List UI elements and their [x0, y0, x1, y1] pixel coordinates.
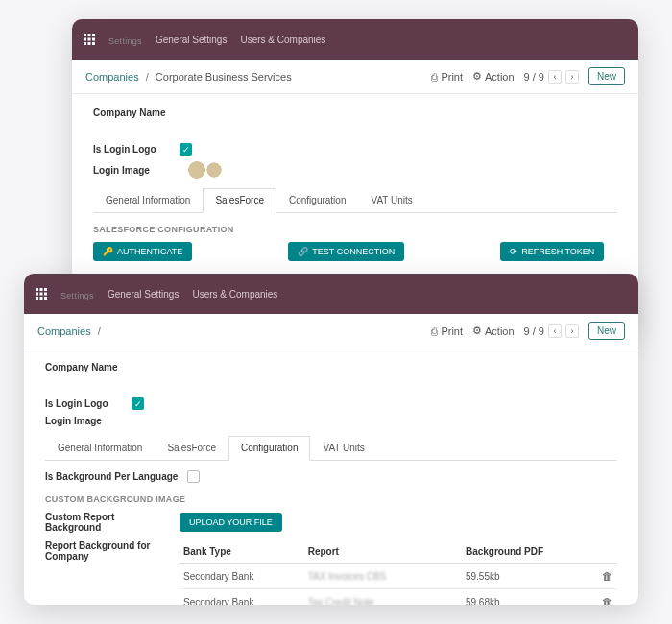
header-actions: ⎙ Print ⚙ Action 9 / 9 ‹ › New: [431, 322, 625, 340]
report-bg-company-label: Report Background for Company: [45, 540, 160, 605]
svg-rect-6: [84, 42, 86, 45]
th-bank-type: Bank Type: [180, 540, 304, 564]
bg-per-lang-checkbox[interactable]: [187, 470, 200, 483]
cell-bank-type: Secondary Bank: [180, 564, 304, 589]
module-title[interactable]: Settings: [108, 36, 142, 46]
is-login-logo-checkbox[interactable]: ✓: [132, 397, 144, 410]
gear-icon: ⚙: [472, 324, 482, 337]
pager-next[interactable]: ›: [565, 324, 579, 338]
gear-icon: ⚙: [472, 70, 482, 83]
tab-vat-units[interactable]: VAT Units: [358, 188, 424, 212]
header-row: Companies / Corporate Business Services …: [72, 60, 638, 94]
tab-salesforce[interactable]: SalesForce: [155, 436, 228, 460]
cell-size: 59.55kb: [462, 564, 598, 589]
tab-salesforce[interactable]: SalesForce: [203, 188, 276, 213]
pager-next[interactable]: ›: [565, 70, 579, 84]
refresh-icon: ⟳: [510, 247, 517, 256]
pager: 9 / 9 ‹ ›: [524, 70, 579, 84]
custom-bg-heading: CUSTOM BACKGROUND IMAGE: [45, 494, 617, 504]
sf-config-heading: SALESFORCE CONFIGURATION: [93, 225, 617, 234]
breadcrumb-root[interactable]: Companies: [85, 71, 139, 83]
svg-rect-4: [88, 38, 91, 41]
apps-icon[interactable]: [36, 288, 47, 300]
breadcrumb: Companies / Corporate Business Services: [85, 71, 292, 83]
trash-icon[interactable]: 🗑: [602, 596, 612, 605]
new-button[interactable]: New: [588, 67, 625, 85]
action-dropdown[interactable]: ⚙ Action: [472, 324, 515, 337]
titlebar: Settings General Settings Users & Compan…: [72, 19, 638, 60]
nav-users-companies[interactable]: Users & Companies: [240, 35, 325, 45]
trash-icon[interactable]: 🗑: [602, 570, 612, 582]
authenticate-button[interactable]: 🔑AUTHENTICATE: [93, 242, 192, 261]
module-title[interactable]: Settings: [60, 291, 94, 300]
print-button[interactable]: ⎙ Print: [431, 71, 463, 83]
custom-report-bg-label: Custom Report Background: [45, 512, 160, 533]
tab-general[interactable]: General Information: [93, 188, 203, 212]
print-button[interactable]: ⎙ Print: [431, 325, 463, 337]
is-login-logo-label: Is Login Logo: [45, 398, 122, 409]
tabs: General Information SalesForce Configura…: [93, 188, 617, 213]
svg-rect-5: [92, 38, 95, 41]
table-row: Secondary BankTAX Invoices CBS59.55kb🗑: [180, 564, 617, 589]
tab-configuration[interactable]: Configuration: [276, 188, 358, 212]
print-icon: ⎙: [431, 71, 438, 83]
nav-users-companies[interactable]: Users & Companies: [192, 289, 277, 300]
header-actions: ⎙ Print ⚙ Action 9 / 9 ‹ › New: [431, 67, 625, 85]
login-image-preview[interactable]: [180, 161, 237, 179]
tab-configuration[interactable]: Configuration: [228, 436, 310, 461]
header-row: Companies / ⎙ Print ⚙ Action 9 / 9 ‹ › N…: [24, 314, 638, 348]
cell-report: Tax Credit Note: [304, 589, 462, 606]
is-login-logo-checkbox[interactable]: ✓: [180, 143, 192, 156]
titlebar: Settings General Settings Users & Compan…: [24, 274, 638, 314]
svg-rect-9: [36, 288, 38, 291]
content: Company Name Is Login Logo ✓ Login Image…: [24, 348, 638, 605]
th-bg-pdf: Background PDF: [462, 540, 598, 564]
table-row: Secondary BankTax Credit Note59.68kb🗑: [180, 589, 617, 606]
svg-rect-2: [92, 34, 95, 36]
breadcrumb: Companies /: [37, 325, 105, 337]
bg-per-lang-label: Is Background Per Language: [45, 471, 178, 482]
pager-prev[interactable]: ‹: [548, 70, 562, 84]
window-configuration: Settings General Settings Users & Compan…: [24, 274, 638, 605]
svg-rect-10: [40, 288, 43, 291]
breadcrumb-sep: /: [146, 71, 149, 83]
cell-report: TAX Invoices CBS: [304, 564, 462, 589]
svg-rect-7: [88, 42, 91, 45]
company-name-label: Company Name: [45, 362, 617, 372]
svg-rect-11: [44, 288, 47, 291]
pager-prev[interactable]: ‹: [548, 324, 562, 338]
login-image-label: Login Image: [45, 416, 122, 426]
cell-size: 59.68kb: [462, 589, 598, 606]
svg-rect-14: [44, 293, 47, 296]
key-icon: 🔑: [103, 247, 113, 256]
cell-bank-type: Secondary Bank: [180, 589, 304, 606]
is-login-logo-label: Is Login Logo: [93, 144, 170, 155]
pager: 9 / 9 ‹ ›: [524, 324, 579, 338]
tab-vat-units[interactable]: VAT Units: [310, 436, 376, 460]
breadcrumb-current: Corporate Business Services: [156, 71, 292, 83]
action-dropdown[interactable]: ⚙ Action: [472, 70, 515, 83]
new-button[interactable]: New: [588, 322, 625, 340]
breadcrumb-sep: /: [98, 325, 101, 337]
nav-general-settings[interactable]: General Settings: [156, 35, 228, 45]
th-report: Report: [304, 540, 462, 564]
breadcrumb-root[interactable]: Companies: [37, 325, 91, 337]
company-name-label: Company Name: [93, 108, 617, 118]
pager-text: 9 / 9: [524, 325, 544, 337]
print-icon: ⎙: [431, 325, 438, 337]
nav-general-settings[interactable]: General Settings: [108, 289, 180, 300]
report-bg-table: Bank Type Report Background PDF Secondar…: [180, 540, 617, 605]
link-icon: 🔗: [298, 247, 308, 256]
test-connection-button[interactable]: 🔗TEST CONNECTION: [288, 242, 404, 261]
refresh-token-button[interactable]: ⟳REFRESH TOKEN: [500, 242, 604, 261]
pager-text: 9 / 9: [524, 71, 544, 83]
svg-rect-3: [84, 38, 86, 41]
svg-rect-0: [84, 34, 86, 36]
svg-rect-17: [44, 297, 47, 300]
apps-icon[interactable]: [84, 34, 95, 45]
tab-general[interactable]: General Information: [45, 436, 155, 460]
login-image-label: Login Image: [93, 165, 170, 176]
svg-rect-12: [36, 293, 38, 296]
upload-file-button[interactable]: UPLOAD YOUR FILE: [180, 513, 282, 532]
svg-rect-15: [36, 297, 38, 300]
